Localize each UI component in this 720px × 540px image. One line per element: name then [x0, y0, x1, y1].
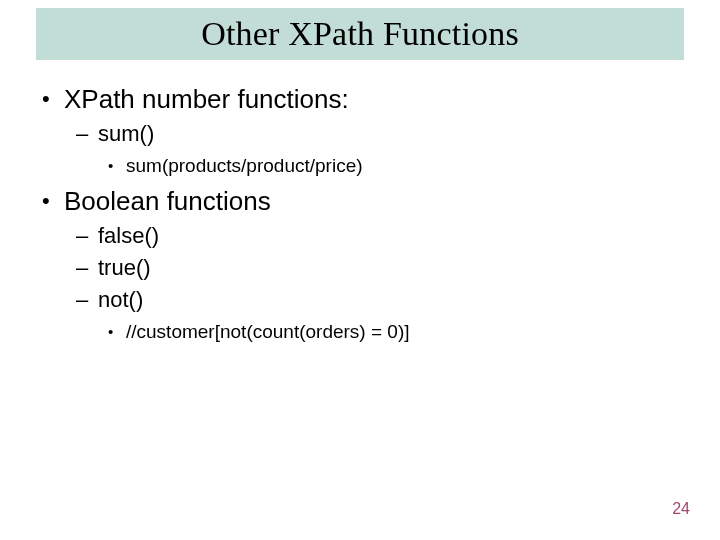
- subbullet-text: sum(): [98, 121, 154, 146]
- subbullet-false: false(): [72, 222, 684, 250]
- subbullet-text: false(): [98, 223, 159, 248]
- subbullet-true: true(): [72, 254, 684, 282]
- detail-text: sum(products/product/price): [126, 155, 363, 176]
- detail-text: //customer[not(count(orders) = 0)]: [126, 321, 410, 342]
- bullet-boolean-functions: Boolean functions false() true() not() /…: [36, 184, 684, 344]
- bullet-text: Boolean functions: [64, 186, 271, 216]
- bullet-number-functions: XPath number functions: sum() sum(produc…: [36, 82, 684, 178]
- slide-content: XPath number functions: sum() sum(produc…: [36, 76, 684, 350]
- subbullet-text: not(): [98, 287, 143, 312]
- title-band: Other XPath Functions: [36, 8, 684, 60]
- bullet-text: XPath number functions:: [64, 84, 349, 114]
- detail-sum-example: sum(products/product/price): [102, 154, 684, 178]
- slide-title: Other XPath Functions: [36, 8, 684, 60]
- subbullet-text: true(): [98, 255, 151, 280]
- slide: Other XPath Functions XPath number funct…: [0, 0, 720, 540]
- page-number: 24: [672, 500, 690, 518]
- subbullet-not: not() //customer[not(count(orders) = 0)]: [72, 286, 684, 344]
- subbullet-sum: sum() sum(products/product/price): [72, 120, 684, 178]
- detail-not-example: //customer[not(count(orders) = 0)]: [102, 320, 684, 344]
